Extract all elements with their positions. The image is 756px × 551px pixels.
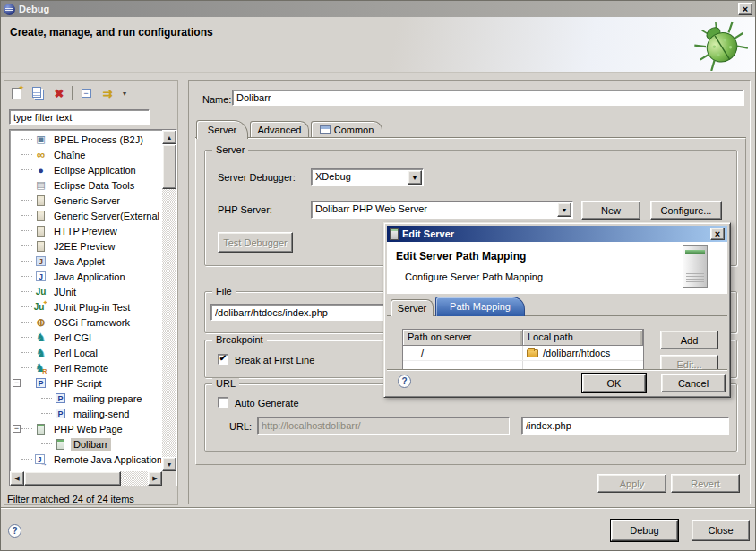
tree-item-label: Remote Java Application bbox=[51, 453, 161, 466]
php-web-icon bbox=[34, 423, 47, 435]
tree-item-label: Java Application bbox=[51, 271, 128, 283]
tree-item-mailing-prepare[interactable]: Pmailing-prepare bbox=[11, 391, 161, 406]
tree-item-perl-local[interactable]: Perl Local bbox=[11, 345, 161, 360]
tree-item-label: Perl Remote bbox=[51, 362, 111, 375]
column-path-on-server[interactable]: Path on server bbox=[403, 330, 523, 346]
server-debugger-select[interactable]: XDebug ▼ bbox=[311, 168, 424, 186]
scroll-right-icon[interactable]: ▶ bbox=[148, 471, 162, 486]
collapse-toggle-icon[interactable]: − bbox=[13, 379, 21, 387]
tree-item-mailing-send[interactable]: Pmailing-send bbox=[11, 406, 161, 421]
path-mapping-row[interactable]: //dolibarr/htdocs bbox=[403, 346, 643, 361]
dialog-close-icon[interactable]: × bbox=[710, 228, 725, 240]
ok-button[interactable]: OK bbox=[582, 374, 646, 392]
path-on-server-cell: / bbox=[403, 346, 523, 360]
php-file-icon: P bbox=[54, 408, 67, 420]
tree-item-label: Perl CGI bbox=[51, 331, 94, 344]
menu-caret-icon[interactable]: ▾ bbox=[120, 85, 129, 101]
tree-item-perl-remote[interactable]: Perl Remote bbox=[11, 360, 161, 375]
duplicate-icon[interactable] bbox=[29, 85, 47, 101]
tree-item-eclipse-data-tools[interactable]: Eclipse Data Tools bbox=[11, 177, 161, 193]
tree-item-bpel-process-b2j[interactable]: BPEL Process (B2J) bbox=[11, 132, 161, 147]
new-configuration-icon[interactable] bbox=[7, 85, 25, 101]
eclipse-logo-icon bbox=[4, 4, 15, 15]
revert-button[interactable]: Revert bbox=[671, 474, 740, 493]
tree-item-generic-server-external-la[interactable]: Generic Server(External La bbox=[11, 208, 161, 223]
tree-item-label: PHP Web Page bbox=[51, 423, 125, 435]
configurations-sidebar: ✖ − ⇉ ▾ BPEL Process (B2J)ChaîneEclipse … bbox=[4, 80, 178, 505]
tree-item-php-script[interactable]: −PPHP Script bbox=[11, 375, 161, 391]
tree-item-junit-plug-in-test[interactable]: JUnit Plug-in Test bbox=[11, 299, 161, 314]
url-path-input[interactable] bbox=[521, 417, 729, 435]
collapse-toggle-icon[interactable]: − bbox=[13, 425, 21, 433]
perl-icon bbox=[34, 331, 47, 344]
tree-item-eclipse-application[interactable]: Eclipse Application bbox=[11, 162, 161, 177]
dialog-tab-server[interactable]: Server bbox=[391, 299, 434, 316]
dialog-heading: Edit Server Path Mapping bbox=[396, 250, 526, 263]
tree-item-java-applet[interactable]: JJava Applet bbox=[11, 254, 161, 269]
break-first-line-checkbox[interactable] bbox=[218, 354, 228, 365]
tree-horizontal-scrollbar[interactable]: ◀ ▶ bbox=[10, 471, 162, 486]
tree-item-label: HTTP Preview bbox=[51, 225, 120, 237]
tree-item-generic-server[interactable]: Generic Server bbox=[11, 193, 161, 208]
new-server-button[interactable]: New bbox=[581, 201, 640, 220]
help-icon[interactable]: ? bbox=[8, 524, 21, 538]
tab-server[interactable]: Server bbox=[196, 120, 248, 139]
php-server-select[interactable]: Dolibarr PHP Web Server ▼ bbox=[311, 201, 573, 219]
tree-item-label: mailing-send bbox=[71, 408, 132, 420]
window-title: Debug bbox=[19, 4, 49, 14]
tree-item-perl-cgi[interactable]: Perl CGI bbox=[11, 330, 161, 345]
tree-item-php-web-page[interactable]: −PHP Web Page bbox=[11, 421, 161, 436]
tree-item-dolibarr[interactable]: Dolibarr bbox=[11, 436, 161, 452]
debug-bug-icon bbox=[694, 19, 748, 71]
tree-item-label: Chaîne bbox=[51, 149, 88, 161]
scroll-left-icon[interactable]: ◀ bbox=[10, 471, 24, 486]
auto-generate-checkbox[interactable] bbox=[218, 397, 228, 408]
dialog-help-icon[interactable]: ? bbox=[398, 375, 411, 388]
tab-common[interactable]: Common bbox=[311, 121, 382, 138]
tree-item-remote-java-application[interactable]: JRemote Java Application bbox=[11, 452, 161, 467]
add-mapping-button[interactable]: Add bbox=[660, 331, 718, 349]
debug-button[interactable]: Debug bbox=[611, 520, 678, 541]
tree-item-junit[interactable]: JUnit bbox=[11, 284, 161, 299]
tree-item-cha-ne[interactable]: Chaîne bbox=[11, 147, 161, 162]
sidebar-toolbar: ✖ − ⇉ ▾ bbox=[7, 83, 129, 103]
filter-input[interactable] bbox=[9, 109, 150, 125]
remote-java-icon: J bbox=[34, 453, 47, 466]
database-icon bbox=[34, 179, 47, 192]
tree-vertical-scrollbar[interactable]: ▲ ▼ bbox=[162, 130, 176, 471]
scroll-up-icon[interactable]: ▲ bbox=[162, 130, 176, 144]
scroll-down-icon[interactable]: ▼ bbox=[162, 457, 176, 471]
cancel-button[interactable]: Cancel bbox=[661, 374, 726, 392]
server-group-title: Server bbox=[212, 144, 248, 155]
test-debugger-button[interactable]: Test Debugger bbox=[218, 232, 293, 253]
horizontal-scroll-thumb[interactable] bbox=[24, 471, 121, 486]
tree-item-label: Dolibarr bbox=[71, 438, 111, 451]
chevron-down-icon[interactable]: ▼ bbox=[557, 202, 571, 217]
apply-button[interactable]: Apply bbox=[597, 474, 666, 493]
chevron-down-icon[interactable]: ▼ bbox=[408, 170, 422, 185]
debug-configurations-window: Debug × Create, manage, and run configur… bbox=[0, 0, 756, 551]
php-script-icon: P bbox=[34, 377, 47, 390]
edit-server-title: Edit Server bbox=[402, 228, 454, 239]
configure-server-button[interactable]: Configure... bbox=[650, 201, 722, 220]
perl-icon bbox=[34, 347, 47, 359]
tree-item-http-preview[interactable]: HTTP Preview bbox=[11, 223, 161, 238]
filter-icon[interactable]: ⇉ bbox=[99, 85, 116, 101]
table-header-row: Path on server Local path bbox=[403, 330, 643, 346]
delete-icon[interactable]: ✖ bbox=[50, 85, 68, 101]
tree-item-java-application[interactable]: JJava Application bbox=[11, 269, 161, 284]
close-button[interactable]: Close bbox=[692, 520, 750, 541]
breakpoint-group-title: Breakpoint bbox=[212, 334, 267, 345]
dialog-tab-path-mapping[interactable]: Path Mapping bbox=[435, 297, 525, 316]
tree-item-j2ee-preview[interactable]: J2EE Preview bbox=[11, 238, 161, 254]
collapse-all-icon[interactable]: − bbox=[77, 85, 95, 101]
vertical-scroll-thumb[interactable] bbox=[162, 144, 176, 189]
edit-server-dialog: Edit Server × Edit Server Path Mapping C… bbox=[383, 222, 731, 398]
tree-item-osgi-framework[interactable]: OSGi Framework bbox=[11, 314, 161, 330]
local-path-cell: /dolibarr/htdocs bbox=[523, 348, 643, 358]
column-local-path[interactable]: Local path bbox=[523, 330, 643, 346]
tab-advanced[interactable]: Advanced bbox=[250, 121, 309, 138]
name-input[interactable] bbox=[232, 90, 744, 106]
path-mapping-table: Path on server Local path //dolibarr/htd… bbox=[402, 329, 644, 371]
window-close-icon[interactable]: × bbox=[738, 3, 752, 15]
